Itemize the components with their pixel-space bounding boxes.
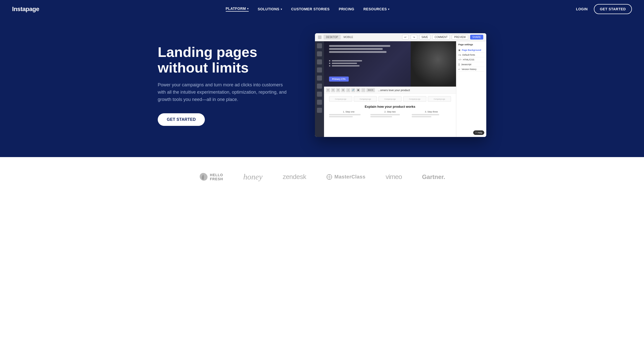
bullet-dot-icon — [329, 60, 330, 61]
logo-box-3: CompanyLogo — [378, 96, 402, 102]
nav-link-platform[interactable]: PLATFORM ▾ — [226, 7, 249, 12]
nav-right: LOGIN GET STARTED — [576, 4, 632, 14]
hero-text: Landing pages without limits Power your … — [158, 44, 289, 126]
panel-fonts-icon: Aa — [458, 54, 461, 56]
app-topbar: DESKTOP MOBILE ↩ ↪ SAVE COMMENT PREVIEW … — [315, 33, 486, 41]
navigation: Instapage PLATFORM ▾ SOLUTIONS ▾ CUSTOME… — [0, 0, 644, 18]
logo-masterclass: MasterClass — [326, 174, 365, 180]
logo-honey: honey — [243, 172, 262, 182]
step-line — [329, 114, 361, 115]
app-canvas-white: ≡ ≡ ≡ B I 🔗 ▣ ⋯ BACK ...omers love your … — [324, 87, 456, 137]
tab-desktop[interactable]: DESKTOP — [324, 35, 341, 40]
bullet-dot-icon — [329, 63, 330, 64]
logo-hellofresh: HELLO FRESH — [199, 172, 223, 182]
sidebar-analytics-icon[interactable] — [317, 92, 322, 97]
app-screenshot: DESKTOP MOBILE ↩ ↪ SAVE COMMENT PREVIEW … — [315, 33, 486, 137]
panel-html-css-icon: </> — [458, 58, 462, 61]
sidebar-text-icon[interactable] — [317, 51, 322, 56]
panel-item-javascript[interactable]: {} Javascript — [458, 62, 484, 67]
tab-mobile[interactable]: MOBILE — [341, 35, 356, 40]
toolbar-align-left-icon[interactable]: ≡ — [326, 88, 330, 92]
toolbar-link-icon[interactable]: 🔗 — [351, 88, 355, 92]
sidebar-widgets-icon[interactable] — [317, 76, 322, 81]
logo-box-2: CompanyLogo — [354, 96, 377, 102]
bullet-text-1 — [332, 60, 362, 61]
logo[interactable]: Instapage — [12, 6, 39, 13]
sidebar-heatmap-icon[interactable] — [317, 100, 322, 105]
panel-item-default-fonts[interactable]: Aa Default fonts — [458, 53, 484, 57]
sidebar-forms-icon[interactable] — [317, 67, 322, 72]
canvas-step-2: 2. Step two — [370, 111, 410, 118]
hellofresh-leaf-icon — [199, 172, 208, 182]
sidebar-settings-icon[interactable] — [317, 84, 322, 89]
canvas-step-3: 3. Step three — [412, 111, 451, 118]
app-sidebar — [315, 41, 324, 137]
logo-box-1: CompanyLogo — [329, 96, 352, 102]
hero-subtitle: Power your campaigns and turn more ad cl… — [158, 81, 289, 103]
sidebar-build-icon[interactable] — [317, 43, 322, 48]
nav-link-resources[interactable]: RESOURCES ▾ — [363, 7, 390, 11]
canvas-section-title: ...omers love your product — [378, 89, 410, 92]
hero-title: Landing pages without limits — [158, 44, 289, 75]
hellofresh-text: HELLO FRESH — [210, 173, 223, 181]
bullet-dot-icon — [329, 65, 330, 66]
toolbar-italic-icon[interactable]: I — [346, 88, 350, 92]
app-topbar-right: ↩ ↪ SAVE COMMENT PREVIEW SHARE — [402, 35, 483, 40]
canvas-bullets — [329, 60, 362, 68]
app-save-button[interactable]: SAVE — [419, 35, 430, 40]
app-comment-button[interactable]: COMMENT — [432, 35, 450, 40]
bullet-text-2 — [332, 63, 357, 64]
hero-section: Landing pages without limits Power your … — [0, 0, 644, 157]
app-canvas-dark: Primary CTA — [324, 41, 456, 87]
canvas-bullet-1 — [329, 60, 362, 61]
app-body: Primary CTA ≡ ≡ ≡ B I 🔗 ▣ — [315, 41, 486, 137]
panel-javascript-icon: {} — [458, 63, 460, 66]
step-line — [412, 114, 439, 115]
step-line — [370, 116, 392, 117]
panel-item-version-history[interactable]: ↩ Version history — [458, 67, 484, 72]
logo-zendesk: zendesk — [283, 173, 306, 181]
canvas-step-1: 1. Step one — [329, 111, 368, 118]
toolbar-image-icon[interactable]: ▣ — [356, 88, 360, 92]
nav-link-pricing[interactable]: PRICING — [339, 7, 354, 11]
toolbar-align-right-icon[interactable]: ≡ — [336, 88, 340, 92]
canvas-bullet-2 — [329, 63, 362, 64]
app-menu-icon — [318, 35, 321, 39]
canvas-section2: Explain how your product works 1. Step o… — [324, 102, 456, 121]
app-preview-button[interactable]: PREVIEW — [452, 35, 468, 40]
logo-vimeo: vimeo — [386, 173, 402, 181]
panel-title: Page settings — [458, 43, 484, 46]
canvas-section2-title: Explain how your product works — [329, 105, 451, 108]
nav-get-started-button[interactable]: GET STARTED — [594, 4, 632, 14]
login-button[interactable]: LOGIN — [576, 7, 588, 11]
step-line — [412, 116, 431, 117]
canvas-logos-row: CompanyLogo CompanyLogo CompanyLogo Comp… — [324, 96, 456, 102]
nav-link-customer-stories[interactable]: CUSTOMER STORIES — [291, 7, 330, 11]
step-line — [329, 116, 353, 117]
app-undo-icon[interactable]: ↩ — [402, 35, 409, 40]
panel-item-html-css[interactable]: </> HTML/CSS — [458, 57, 484, 62]
canvas-bullet-3 — [329, 65, 362, 66]
canvas-text-block — [329, 45, 406, 54]
toolbar-more-icon[interactable]: ⋯ — [361, 88, 365, 92]
app-redo-icon[interactable]: ↪ — [411, 35, 417, 40]
sidebar-media-icon[interactable] — [317, 59, 322, 64]
canvas-cta-button[interactable]: Primary CTA — [329, 77, 349, 82]
toolbar-align-center-icon[interactable]: ≡ — [331, 88, 335, 92]
panel-version-history-icon: ↩ — [458, 68, 460, 70]
canvas-text-line-2 — [329, 48, 383, 50]
help-button[interactable]: ? Help — [473, 130, 484, 135]
app-canvas-toolbar: ≡ ≡ ≡ B I 🔗 ▣ ⋯ BACK ...omers love your … — [324, 87, 456, 94]
hero-get-started-button[interactable]: GET STARTED — [158, 113, 205, 126]
toolbar-back-button[interactable]: BACK — [366, 88, 375, 92]
nav-link-solutions[interactable]: SOLUTIONS ▾ — [258, 7, 282, 11]
app-topbar-tabs: DESKTOP MOBILE — [324, 35, 356, 40]
app-share-button[interactable]: SHARE — [470, 35, 483, 40]
app-right-panel: Page settings ▣ Page Background Aa Defau… — [456, 41, 486, 137]
app-main-area: Primary CTA ≡ ≡ ≡ B I 🔗 ▣ — [324, 41, 456, 137]
nav-links: PLATFORM ▾ SOLUTIONS ▾ CUSTOMER STORIES … — [226, 7, 390, 12]
chevron-down-icon: ▾ — [281, 8, 282, 11]
toolbar-bold-icon[interactable]: B — [341, 88, 345, 92]
panel-item-page-background[interactable]: ▣ Page Background — [458, 48, 484, 53]
sidebar-publish-icon[interactable] — [317, 108, 322, 113]
